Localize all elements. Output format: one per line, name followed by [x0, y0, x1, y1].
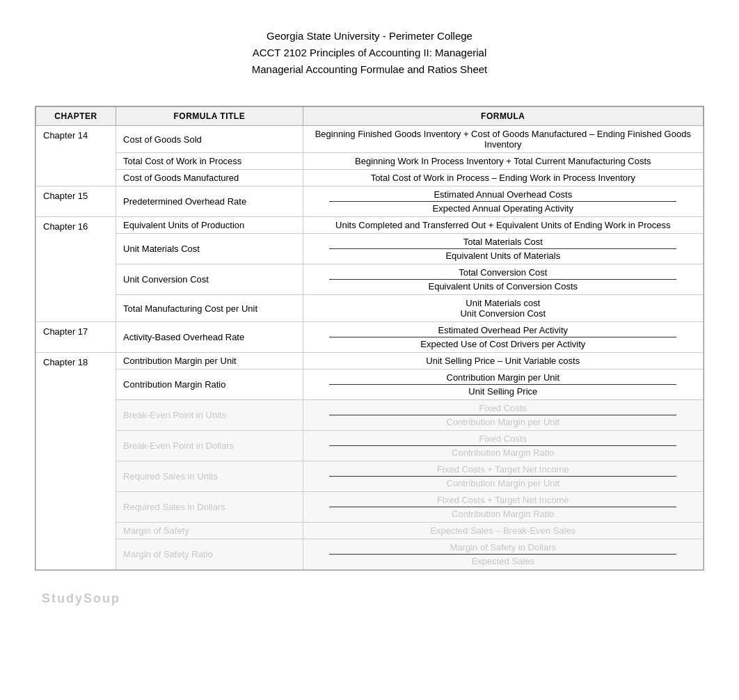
fraction-numerator: Fixed Costs: [479, 403, 527, 413]
formula-cell: Fixed CostsContribution Margin Ratio: [303, 431, 703, 461]
formula-title-cell: Unit Conversion Cost: [116, 264, 303, 295]
formula-title-cell: Margin of Safety Ratio: [116, 539, 303, 570]
table-row: Chapter 18Contribution Margin per UnitUn…: [36, 353, 704, 369]
chapter-cell: Chapter 15: [36, 186, 116, 217]
formula-cell: Fixed Costs + Target Net IncomeContribut…: [303, 492, 703, 523]
formula-cell: Expected Sales – Break-Even Sales: [303, 523, 703, 539]
table-row: Margin of SafetyExpected Sales – Break-E…: [36, 523, 704, 539]
chapter-cell: Chapter 18: [36, 353, 116, 570]
watermark-area: StudySoup: [35, 584, 704, 613]
table-row: Required Sales in UnitsFixed Costs + Tar…: [36, 461, 704, 492]
formula-title-cell: Contribution Margin per Unit: [116, 353, 303, 369]
formula-cell: Estimated Annual Overhead CostsExpected …: [303, 186, 703, 217]
university-name: Georgia State University - Perimeter Col…: [14, 28, 725, 45]
table-row: Break-Even Point in DollarsFixed CostsCo…: [36, 431, 704, 461]
formula-cell: Total Cost of Work in Process – Ending W…: [303, 170, 703, 186]
chapter-cell: Chapter 14: [36, 126, 116, 186]
fraction-numerator: Total Materials Cost: [463, 237, 543, 247]
chapter-cell: Chapter 17: [36, 322, 116, 353]
formula-title-cell: Required Sales in Dollars: [116, 492, 303, 523]
fraction-denominator: Unit Selling Price: [468, 386, 537, 397]
formula-cell: Total Conversion CostEquivalent Units of…: [303, 264, 703, 295]
table-row: Unit Materials CostTotal Materials CostE…: [36, 234, 704, 264]
formula-title-cell: Predetermined Overhead Rate: [116, 186, 303, 217]
page-header: Georgia State University - Perimeter Col…: [0, 0, 739, 99]
formula-title-cell: Total Cost of Work in Process: [116, 153, 303, 170]
table-row: Unit Conversion CostTotal Conversion Cos…: [36, 264, 704, 295]
fraction-denominator: Equivalent Units of Materials: [445, 250, 560, 261]
formula-cell: Fixed Costs + Target Net IncomeContribut…: [303, 461, 703, 492]
fraction-numerator: Margin of Safety in Dollars: [450, 542, 556, 552]
formula-title-cell: Total Manufacturing Cost per Unit: [116, 295, 303, 322]
fraction-numerator: Estimated Annual Overhead Costs: [434, 189, 572, 200]
formulas-table: CHAPTER FORMULA TITLE FORMULA Chapter 14…: [35, 106, 704, 570]
formula-title-cell: Break-Even Point in Units: [116, 400, 303, 431]
formula-cell: Unit Materials costUnit Conversion Cost: [303, 295, 703, 322]
table-header-row: CHAPTER FORMULA TITLE FORMULA: [36, 107, 704, 126]
chapter-cell: Chapter 16: [36, 217, 116, 322]
watermark-text: StudySoup: [42, 591, 120, 605]
col-header-chapter: CHAPTER: [36, 107, 116, 126]
fraction-numerator: Fixed Costs + Target Net Income: [437, 495, 569, 505]
formula-cell: Fixed CostsContribution Margin per Unit: [303, 400, 703, 431]
fraction-numerator: Contribution Margin per Unit: [447, 372, 560, 383]
formula-title-cell: Unit Materials Cost: [116, 234, 303, 264]
table-row: Cost of Goods ManufacturedTotal Cost of …: [36, 170, 704, 186]
fraction-numerator: Estimated Overhead Per Activity: [438, 325, 568, 335]
formula-title-cell: Contribution Margin Ratio: [116, 369, 303, 400]
fraction-denominator: Contribution Margin Ratio: [452, 447, 554, 458]
col-header-title: FORMULA TITLE: [116, 107, 303, 126]
formula-cell: Contribution Margin per UnitUnit Selling…: [303, 369, 703, 400]
col-header-formula: FORMULA: [303, 107, 703, 126]
table-row: Chapter 15Predetermined Overhead RateEst…: [36, 186, 704, 217]
formula-title-cell: Margin of Safety: [116, 523, 303, 539]
formula-title-cell: Equivalent Units of Production: [116, 217, 303, 234]
formula-cell: Total Materials CostEquivalent Units of …: [303, 234, 703, 264]
fraction-denominator: Contribution Margin Ratio: [452, 509, 554, 519]
sheet-title: Managerial Accounting Formulae and Ratio…: [14, 61, 725, 78]
formula-cell: Units Completed and Transferred Out + Eq…: [303, 217, 703, 234]
formula-cell: Estimated Overhead Per ActivityExpected …: [303, 322, 703, 353]
fraction-numerator: Fixed Costs + Target Net Income: [437, 464, 569, 475]
formula-cell: Unit Selling Price – Unit Variable costs: [303, 353, 703, 369]
formula-title-cell: Break-Even Point in Dollars: [116, 431, 303, 461]
formula-cell: Beginning Work In Process Inventory + To…: [303, 153, 703, 170]
fraction-denominator: Expected Use of Cost Drivers per Activit…: [420, 339, 585, 349]
fraction-numerator: Total Conversion Cost: [459, 267, 547, 278]
table-row: Chapter 16Equivalent Units of Production…: [36, 217, 704, 234]
formula-cell: Margin of Safety in DollarsExpected Sale…: [303, 539, 703, 570]
formula-title-cell: Activity-Based Overhead Rate: [116, 322, 303, 353]
table-row: Total Manufacturing Cost per UnitUnit Ma…: [36, 295, 704, 322]
formula-cell: Beginning Finished Goods Inventory + Cos…: [303, 126, 703, 153]
formula-title-cell: Cost of Goods Manufactured: [116, 170, 303, 186]
table-row: Required Sales in DollarsFixed Costs + T…: [36, 492, 704, 523]
fraction-denominator: Contribution Margin per Unit: [447, 417, 560, 427]
main-table-container: CHAPTER FORMULA TITLE FORMULA Chapter 14…: [35, 106, 704, 571]
table-row: Break-Even Point in UnitsFixed CostsCont…: [36, 400, 704, 431]
fraction-denominator: Expected Annual Operating Activity: [433, 203, 573, 214]
fraction-denominator: Equivalent Units of Conversion Costs: [428, 281, 578, 292]
formula-title-cell: Required Sales in Units: [116, 461, 303, 492]
table-row: Chapter 17Activity-Based Overhead RateEs…: [36, 322, 704, 353]
course-name: ACCT 2102 Principles of Accounting II: M…: [14, 45, 725, 61]
formula-title-cell: Cost of Goods Sold: [116, 126, 303, 153]
fraction-denominator: Expected Sales: [472, 556, 534, 566]
table-row: Margin of Safety RatioMargin of Safety i…: [36, 539, 704, 570]
table-row: Chapter 14Cost of Goods SoldBeginning Fi…: [36, 126, 704, 153]
table-row: Contribution Margin RatioContribution Ma…: [36, 369, 704, 400]
fraction-denominator: Contribution Margin per Unit: [447, 478, 560, 488]
table-row: Total Cost of Work in ProcessBeginning W…: [36, 153, 704, 170]
fraction-numerator: Fixed Costs: [479, 433, 527, 444]
